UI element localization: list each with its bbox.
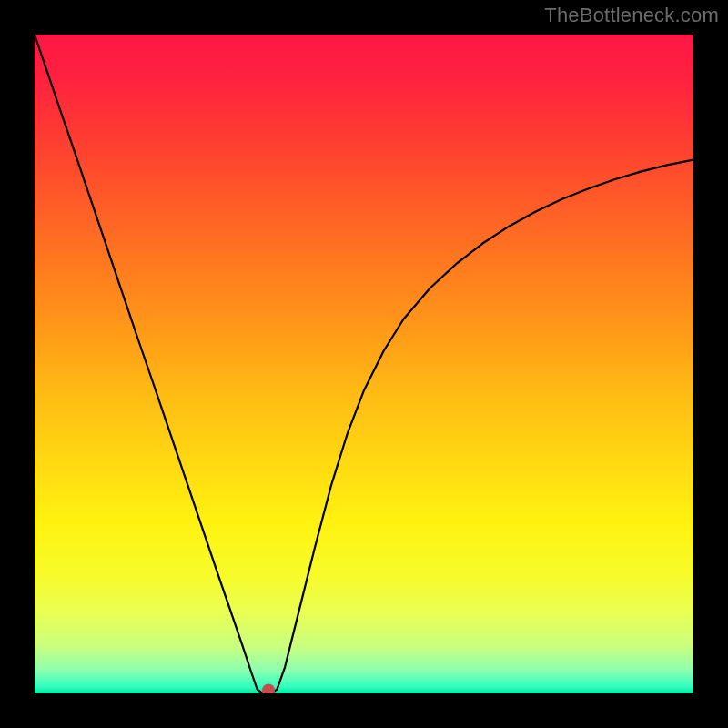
bottleneck-chart	[35, 35, 693, 693]
chart-frame	[35, 35, 693, 693]
attribution-text: TheBottleneck.com	[544, 4, 719, 27]
gradient-background	[35, 35, 693, 693]
